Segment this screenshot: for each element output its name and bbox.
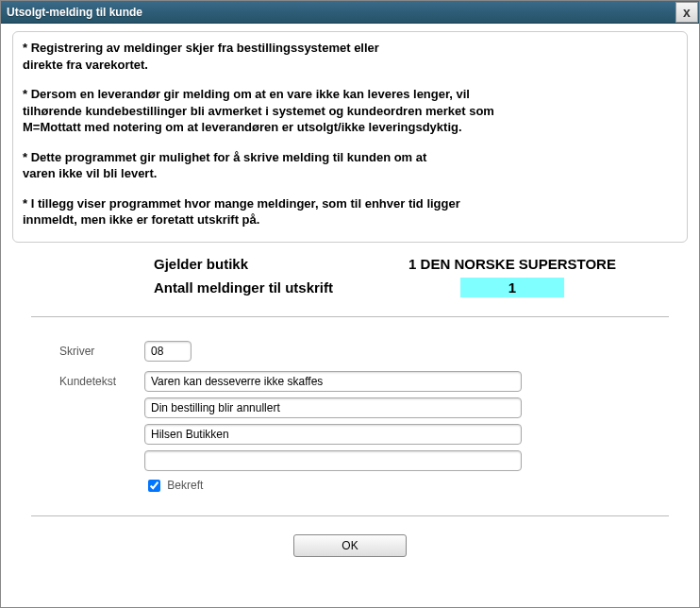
separator [31,515,669,517]
printer-input[interactable] [144,341,192,362]
customer-text-line2[interactable] [144,397,522,418]
confirm-checkbox[interactable] [148,480,160,492]
customer-text-line4[interactable] [144,450,522,471]
customer-text-line1[interactable] [144,371,522,392]
info-line: * Dersom en leverandør gir melding om at… [23,86,677,103]
info-line: direkte fra varekortet. [23,57,677,74]
info-line: tilhørende kundebestillinger bli avmerke… [23,103,677,120]
ok-button[interactable]: OK [293,534,407,557]
count-value: 1 [460,278,564,297]
form-area: Skriver Kundetekst Bekreft [12,322,688,512]
customer-text-line3[interactable] [144,424,522,445]
customer-text-label: Kundetekst [41,371,144,495]
info-line: varen ikke vil bli levert. [23,165,677,182]
shop-value: 1 DEN NORSKE SUPERSTORE [390,256,635,272]
info-line: * I tillegg viser programmet hvor mange … [23,195,677,212]
shop-label: Gjelder butikk [154,256,390,272]
dialog-window: Utsolgt-melding til kunde x * Registreri… [0,0,700,608]
count-label: Antall meldinger til utskrift [154,279,390,296]
confirm-label: Bekreft [167,479,203,492]
window-title: Utsolgt-melding til kunde [7,6,142,19]
info-line: M=Mottatt med notering om at leverandøre… [23,119,677,136]
titlebar: Utsolgt-melding til kunde x [1,1,699,24]
close-icon: x [683,5,691,20]
confirm-row: Bekreft [144,477,659,495]
status-area: Gjelder butikk 1 DEN NORSKE SUPERSTORE A… [12,256,688,312]
close-button[interactable]: x [675,2,698,23]
info-line: * Dette programmet gir mulighet for å sk… [23,149,677,166]
button-row: OK [12,521,688,570]
separator [31,316,669,318]
info-box: * Registrering av meldinger skjer fra be… [12,31,688,243]
info-line: innmeldt, men ikke er foretatt utskrift … [23,211,677,228]
info-line: * Registrering av meldinger skjer fra be… [23,40,677,57]
printer-label: Skriver [41,341,144,362]
content-area: * Registrering av meldinger skjer fra be… [1,24,699,570]
